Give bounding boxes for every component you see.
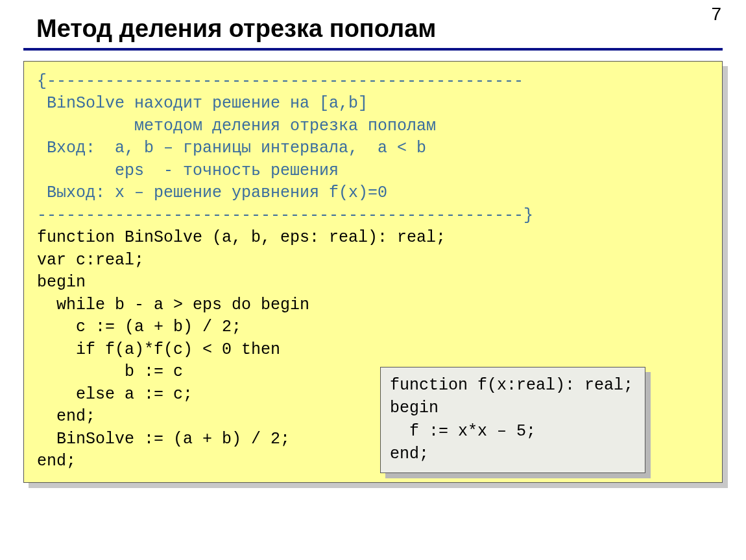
title-divider: [23, 48, 723, 51]
inset-line-4: end;: [390, 445, 429, 463]
comment-line-3: Вход: a, b – границы интервала, a < b: [37, 139, 426, 158]
inset-line-3: f := x*x – 5;: [390, 422, 536, 441]
slide-title: Метод деления отрезка пополам: [36, 14, 746, 44]
code-line-9: end;: [37, 407, 95, 426]
comment-open: {---------------------------------------…: [37, 72, 523, 91]
page-number: 7: [711, 4, 721, 25]
comment-close: ----------------------------------------…: [37, 206, 533, 225]
inset-code-box: function f(x:real): real; begin f := x*x…: [380, 367, 645, 473]
code-line-1: function BinSolve (a, b, eps: real): rea…: [37, 228, 446, 247]
code-line-7: b := c: [37, 362, 183, 381]
code-line-6: if f(a)*f(c) < 0 then: [37, 340, 280, 359]
inset-code-container: function f(x:real): real; begin f := x*x…: [380, 367, 645, 473]
inset-line-1: function f(x:real): real;: [390, 376, 633, 395]
comment-line-2: методом деления отрезка пополам: [37, 117, 436, 135]
comment-line-5: Выход: x – решение уравнения f(x)=0: [37, 183, 387, 202]
code-line-3: begin: [37, 273, 86, 292]
code-line-2: var c:real;: [37, 251, 144, 270]
code-line-10: BinSolve := (a + b) / 2;: [37, 430, 290, 449]
code-line-4: while b - a > eps do begin: [37, 296, 309, 314]
comment-line-1: BinSolve находит решение на [a,b]: [37, 94, 368, 113]
code-line-11: end;: [37, 452, 76, 471]
main-code-container: {---------------------------------------…: [23, 61, 723, 483]
code-line-5: c := (a + b) / 2;: [37, 318, 241, 336]
code-line-8: else a := c;: [37, 385, 193, 404]
comment-line-4: eps - точность решения: [37, 161, 339, 180]
inset-line-2: begin: [390, 399, 439, 417]
